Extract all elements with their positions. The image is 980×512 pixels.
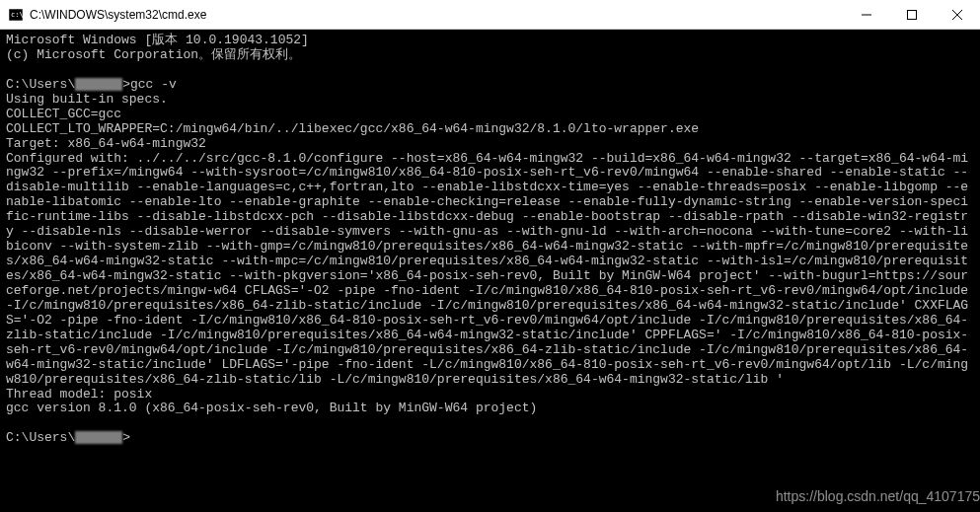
window-titlebar: c:\ C:\WINDOWS\system32\cmd.exe — [0, 0, 980, 30]
output-line: (c) Microsoft Corporation。保留所有权利。 — [6, 47, 301, 62]
output-line: gcc version 8.1.0 (x86_64-posix-seh-rev0… — [6, 401, 537, 415]
prompt-prefix: C:\Users\ — [6, 430, 75, 445]
prompt-suffix: > — [122, 430, 130, 445]
output-line: COLLECT_LTO_WRAPPER=C:/mingw64/bin/../li… — [6, 121, 699, 136]
svg-rect-3 — [908, 11, 917, 20]
minimize-button[interactable] — [844, 0, 889, 30]
maximize-button[interactable] — [889, 0, 935, 30]
terminal-area[interactable]: Microsoft Windows [版本 10.0.19043.1052] (… — [0, 30, 980, 512]
prompt-prefix: C:\Users\ — [6, 77, 75, 92]
output-line: Target: x86_64-w64-mingw32 — [6, 136, 206, 151]
watermark-text: https://blog.csdn.net/qq_4107175 — [776, 488, 980, 504]
output-line: Using built-in specs. — [6, 92, 168, 107]
output-line: COLLECT_GCC=gcc — [6, 107, 121, 121]
window-title: C:\WINDOWS\system32\cmd.exe — [30, 8, 844, 22]
close-button[interactable] — [935, 0, 980, 30]
command-input: >gcc -v — [122, 77, 177, 92]
window-controls — [844, 0, 980, 29]
output-line: Thread model: posix — [6, 387, 152, 402]
output-line: Configured with: ../../../src/gcc-8.1.0/… — [6, 151, 976, 387]
redacted-user — [75, 78, 122, 91]
cmd-icon: c:\ — [8, 7, 24, 23]
redacted-user — [75, 431, 122, 444]
svg-text:c:\: c:\ — [11, 11, 23, 19]
output-line: Microsoft Windows [版本 10.0.19043.1052] — [6, 33, 309, 47]
